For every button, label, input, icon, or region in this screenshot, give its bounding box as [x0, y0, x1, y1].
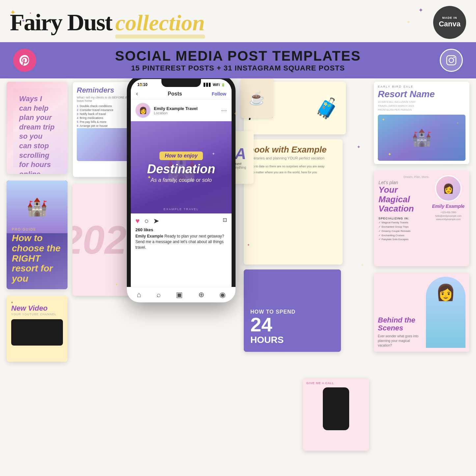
action-left-icons: ♥ ○ ➤	[135, 217, 159, 225]
canva-text: Canva	[439, 20, 461, 28]
search-nav-icon[interactable]: ⌕	[156, 291, 161, 298]
heart-icon[interactable]: ♥	[135, 217, 140, 225]
nv-title: New Video	[11, 304, 63, 313]
post-subtitle: As a family, couple or solo	[147, 177, 215, 183]
made-in-label: MADE IN	[442, 16, 457, 20]
star-icon-4: ●	[30, 12, 31, 14]
reminder-subtitle: What I tell my clients to do BEFORE they…	[77, 96, 132, 102]
phone-screen: 10:10 ▋▋▋ WiFi 🔋 ‹ Posts Follow	[131, 79, 232, 298]
signal-icon: ▋▋▋	[204, 83, 211, 87]
card-star-2: ✧	[456, 121, 459, 125]
star-icon-6: ✧	[407, 20, 410, 24]
card-resort-name: EARLY BIRD SALE Resort Name 10 DAYS ALL …	[374, 82, 469, 164]
mv-specs: SPECIALIZING IN: ✓ Magical Family Travel…	[378, 216, 429, 242]
caption-username: Emily Example	[135, 234, 163, 238]
post-image: 🏰 How to enjoy Destination As a family, …	[131, 121, 232, 213]
reminder-list: 1Double check conditions 2Consider trave…	[77, 104, 132, 127]
post-action-icons: ♥ ○ ➤ ⊡	[135, 217, 227, 225]
star-icon-5: ✦	[418, 7, 423, 14]
bs-photo: 👩	[426, 277, 465, 348]
resort-choose-label: PRO GUIDE	[12, 228, 62, 231]
bs-right: 👩	[426, 277, 465, 348]
posts-label: Posts	[168, 91, 182, 97]
sparkle-deco-4: ✦	[115, 283, 118, 286]
hours-24: 24	[250, 315, 334, 335]
pinterest-icon	[13, 49, 36, 72]
give-me-call-card: GIVE ME A CALL	[303, 378, 369, 451]
bw-title: book with Example	[249, 145, 337, 155]
sparkle-deco-1: ✦	[138, 82, 143, 88]
main-content: Ways I can help plan your dream trip so …	[0, 78, 476, 457]
banner-subtitle: 15 PINTEREST POSTS + 31 INSTAGRAM SQUARE…	[36, 64, 440, 72]
svg-point-1	[449, 58, 454, 63]
card-resort-choose: 🏰 PRO GUIDE How to choose the RIGHT reso…	[7, 181, 68, 289]
hours-label: HOURS	[250, 335, 334, 345]
video-thumbnail	[11, 319, 63, 346]
follow-button[interactable]: Follow	[212, 91, 226, 97]
phone-nav-bar: ‹ Posts Follow	[131, 88, 232, 99]
mv-name: Emily Example	[432, 204, 465, 209]
resort-image: 🏰 ✦ ✧ ✦	[378, 115, 465, 161]
mv-contact: +123-456-7890 hello@emilyexample.com www…	[435, 211, 462, 221]
comment-icon[interactable]: ○	[144, 217, 149, 225]
mv-right: 👩 Emily Example +123-456-7890 hello@emil…	[432, 175, 465, 262]
reminder-title: Reminders	[77, 86, 132, 95]
post-sparkle-3: ✦	[212, 152, 215, 156]
post-sparkle-2: ✧	[209, 170, 212, 173]
reels-nav-icon[interactable]: ▣	[176, 291, 183, 298]
star-icon-1: ✦	[10, 8, 16, 17]
share-icon[interactable]: ➤	[153, 217, 159, 225]
give-me-call-label: GIVE ME A CALL	[306, 381, 366, 385]
title-area: Fairy Dust collection	[10, 9, 205, 36]
profile-location: Location	[154, 111, 218, 115]
phone-thumbnail	[323, 387, 349, 430]
mv-title: Your Magical Vacation	[378, 185, 429, 213]
svg-point-2	[454, 57, 455, 58]
early-bird-label: EARLY BIRD SALE	[378, 85, 465, 88]
card-ways-text: Ways I can help plan your dream trip so …	[19, 94, 55, 174]
sparkle-deco-3: ✦	[357, 144, 361, 150]
back-icon[interactable]: ‹	[136, 90, 138, 97]
mv-left: Dream. Plan. More. Let's plan Your Magic…	[378, 175, 429, 262]
bw-subtitle: itineraries and planning YOUR perfect va…	[249, 156, 337, 160]
title-collection: collection	[115, 10, 205, 36]
post-destination: Destination	[147, 163, 215, 175]
dream-plan-label: Dream. Plan. More.	[378, 175, 429, 179]
suitcase-icon: 🧳	[315, 97, 339, 119]
mv-lets-plan: Let's plan	[378, 180, 429, 185]
star-icon-2: ✦	[21, 18, 25, 23]
nv-sub: YOUR YOUTUBE CHANNEL	[11, 313, 63, 316]
phone-mockup: 10:10 ▋▋▋ WiFi 🔋 ‹ Posts Follow	[127, 78, 239, 306]
nv-label: ♦	[11, 300, 63, 304]
bs-title: Behind the Scenes	[378, 316, 423, 332]
bw-points: • Up to date so there are no surprises w…	[249, 163, 337, 175]
phone-bottom-nav: ⌂ ⌕ ▣ ⊕ ◉	[131, 287, 232, 298]
profile-avatar: 👩	[135, 103, 151, 118]
card-24hours: HOW TO SPEND 24 HOURS	[244, 269, 341, 352]
reminder-image	[77, 128, 132, 161]
castle-bg: 🏰	[7, 181, 68, 233]
card-star-3: ✦	[388, 152, 392, 157]
sparkle-deco-6: ✦	[247, 243, 250, 247]
resort-choose-title: How to choose the RIGHT resort for you	[12, 233, 62, 284]
card-book-with: book with Example itineraries and planni…	[244, 139, 343, 265]
battery-icon: 🔋	[221, 83, 225, 87]
profile-nav-icon[interactable]: ◉	[219, 291, 226, 298]
bookmark-icon[interactable]: ⊡	[223, 217, 227, 225]
home-nav-icon[interactable]: ⌂	[137, 291, 141, 298]
likes-count: 260 likes	[135, 227, 227, 232]
phone-notch	[161, 79, 201, 87]
shop-nav-icon[interactable]: ⊕	[198, 291, 204, 298]
sparkle-deco-5: ✧	[361, 263, 364, 267]
bs-left: Behind the Scenes Ever wonder what goes …	[378, 277, 423, 348]
canva-badge: MADE IN Canva	[433, 6, 466, 39]
resort-name-details: 10 DAYS ALL INCLUSIVE STAY TRAVEL DATES …	[378, 100, 465, 112]
person-icon: 👩	[436, 283, 456, 302]
header-section: ✦ ✦ ✧ ● ✦ ✧ Fairy Dust collection MADE I…	[0, 0, 476, 42]
wifi-icon: WiFi	[213, 83, 220, 87]
profile-name: Emily Example Travel	[154, 106, 218, 111]
post-actions: ♥ ○ ➤ ⊡ 260 likes Emily Example Ready to…	[131, 213, 232, 253]
post-how-to-label: How to enjoy	[159, 152, 203, 160]
more-options-icon[interactable]: ⋯	[221, 107, 227, 114]
banner-center: SOCIAL MEDIA POST TEMPLATES 15 PINTEREST…	[36, 48, 440, 72]
